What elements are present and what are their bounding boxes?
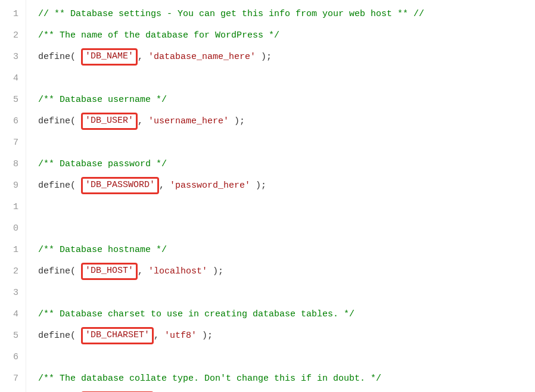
fn-name: define [38,116,70,126]
line-number: 4 [5,304,18,325]
code-line: /** Database hostname */ [38,239,535,261]
comma: , [138,266,148,276]
line-number-gutter: 1 2 3 4 5 6 7 8 9 1 0 1 2 3 4 5 6 7 8 [0,0,26,392]
line-number: 8 [5,390,18,392]
define-key: 'DB_NAME' [85,51,133,61]
comma: , [138,116,148,126]
code-line: define( 'DB_COLLATE', '' ); [38,390,535,392]
fn-name: define [38,181,70,191]
code-line: // ** Database settings - You can get th… [38,4,535,25]
line-number: 4 [5,68,18,89]
code-line: define( 'DB_USER', 'username_here' ); [38,111,535,132]
comment-text: /** The name of the database for WordPre… [38,30,279,41]
comment-text: /** Database hostname */ [38,245,167,255]
highlight-db-host: 'DB_HOST' [81,263,138,280]
line-number: 3 [5,46,18,68]
line-number: 7 [5,132,18,154]
comma: , [138,52,148,62]
paren: ( [70,181,81,191]
define-value: 'password_here' [170,181,250,191]
line-number: 9 [5,175,18,197]
define-value: 'username_here' [148,116,229,126]
code-line: define( 'DB_HOST', 'localhost' ); [38,261,535,282]
code-line-blank [38,282,535,304]
code-line: define( 'DB_PASSWORD', 'password_here' )… [38,175,535,197]
comma: , [154,331,164,341]
code-editor: 1 2 3 4 5 6 7 8 9 1 0 1 2 3 4 5 6 7 8 //… [0,0,535,392]
code-line-blank [38,68,535,89]
code-line: /** Database charset to use in creating … [38,304,535,325]
line-number: 8 [5,154,18,175]
code-line: define( 'DB_NAME', 'database_name_here' … [38,46,535,68]
line-number: 1 [5,4,18,25]
line-number: 5 [5,89,18,111]
line-number: 6 [5,111,18,132]
paren: ); [207,266,223,276]
line-number: 5 [5,325,18,347]
paren: ( [70,266,81,276]
line-number: 1 [5,197,18,218]
highlight-db-password: 'DB_PASSWORD' [81,177,159,194]
paren: ); [250,181,266,191]
code-line-blank [38,197,535,218]
highlight-db-user: 'DB_USER' [81,113,138,130]
comment-text: // ** Database settings - You can get th… [38,9,424,19]
code-line: /** Database username */ [38,89,535,111]
fn-name: define [38,331,70,341]
paren: ( [70,116,81,126]
line-number: 3 [5,282,18,304]
paren: ( [70,331,81,341]
define-value: 'database_name_here' [148,52,256,62]
comment-text: /** Database username */ [38,95,167,105]
line-number: 7 [5,368,18,390]
code-line: define( 'DB_CHARSET', 'utf8' ); [38,325,535,347]
comma: , [159,181,170,191]
paren: ); [197,331,213,341]
code-line-blank [38,132,535,154]
define-key: 'DB_HOST' [85,266,133,276]
line-number: 2 [5,261,18,282]
line-number: 2 [5,25,18,46]
paren: ); [256,52,272,62]
comment-text: /** Database charset to use in creating … [38,309,354,319]
define-key: 'DB_PASSWORD' [85,180,155,190]
line-number: 1 [5,239,18,261]
paren: ); [229,116,245,126]
code-line-blank [38,218,535,239]
paren: ( [70,52,81,62]
code-line: /** The database collate type. Don't cha… [38,368,535,390]
code-line-blank [38,347,535,368]
fn-name: define [38,266,70,276]
line-number: 6 [5,347,18,368]
code-content[interactable]: // ** Database settings - You can get th… [26,0,535,392]
highlight-db-name: 'DB_NAME' [81,48,138,66]
code-line: /** The name of the database for WordPre… [38,25,535,46]
code-line: /** Database password */ [38,154,535,175]
define-key: 'DB_CHARSET' [85,330,150,340]
comment-text: /** The database collate type. Don't cha… [38,374,381,384]
define-value: 'localhost' [148,266,207,276]
line-number: 0 [5,218,18,239]
fn-name: define [38,52,70,62]
comment-text: /** Database password */ [38,159,167,169]
define-value: 'utf8' [164,331,197,341]
define-key: 'DB_USER' [85,116,133,126]
highlight-db-charset: 'DB_CHARSET' [81,327,154,344]
